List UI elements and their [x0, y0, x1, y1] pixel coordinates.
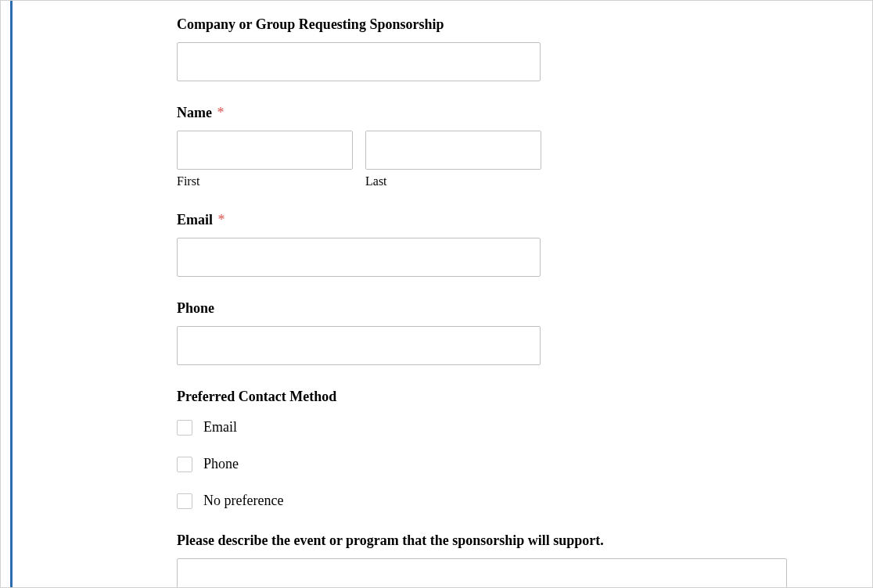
name-row: First Last — [177, 131, 841, 188]
form-content: Company or Group Requesting Sponsorship … — [1, 1, 872, 588]
email-label: Email * — [177, 212, 841, 228]
email-label-text: Email — [177, 212, 213, 228]
describe-input[interactable] — [177, 558, 787, 588]
name-required-mark: * — [217, 105, 224, 120]
accent-stripe — [10, 1, 13, 587]
contact-method-label: Preferred Contact Method — [177, 389, 841, 405]
name-label: Name * — [177, 105, 841, 121]
last-name-input[interactable] — [365, 131, 541, 170]
contact-option-email-row: Email — [177, 419, 841, 436]
contact-option-email-label: Email — [203, 419, 237, 436]
contact-option-nopref-checkbox[interactable] — [177, 493, 192, 509]
first-name-col: First — [177, 131, 353, 188]
contact-option-nopref-row: No preference — [177, 493, 841, 509]
email-field-group: Email * — [177, 212, 841, 277]
company-label: Company or Group Requesting Sponsorship — [177, 16, 841, 33]
describe-field-group: Please describe the event or program tha… — [177, 532, 841, 588]
email-required-mark: * — [218, 212, 225, 228]
describe-label: Please describe the event or program tha… — [177, 532, 841, 549]
contact-method-options: Email Phone No preference — [177, 419, 841, 509]
phone-input[interactable] — [177, 326, 541, 365]
last-name-col: Last — [365, 131, 541, 188]
name-label-text: Name — [177, 105, 212, 120]
contact-option-email-checkbox[interactable] — [177, 420, 192, 436]
contact-option-phone-checkbox[interactable] — [177, 457, 192, 472]
form-container: Company or Group Requesting Sponsorship … — [0, 0, 873, 588]
last-name-sublabel: Last — [365, 174, 541, 188]
phone-field-group: Phone — [177, 300, 841, 365]
contact-option-nopref-label: No preference — [203, 493, 283, 509]
contact-option-phone-row: Phone — [177, 456, 841, 472]
name-field-group: Name * First Last — [177, 105, 841, 188]
first-name-input[interactable] — [177, 131, 353, 170]
contact-option-phone-label: Phone — [203, 456, 239, 472]
phone-label: Phone — [177, 300, 841, 317]
first-name-sublabel: First — [177, 174, 353, 188]
company-input[interactable] — [177, 42, 541, 81]
company-field-group: Company or Group Requesting Sponsorship — [177, 16, 841, 81]
contact-method-field-group: Preferred Contact Method Email Phone No … — [177, 389, 841, 509]
email-input[interactable] — [177, 238, 541, 277]
